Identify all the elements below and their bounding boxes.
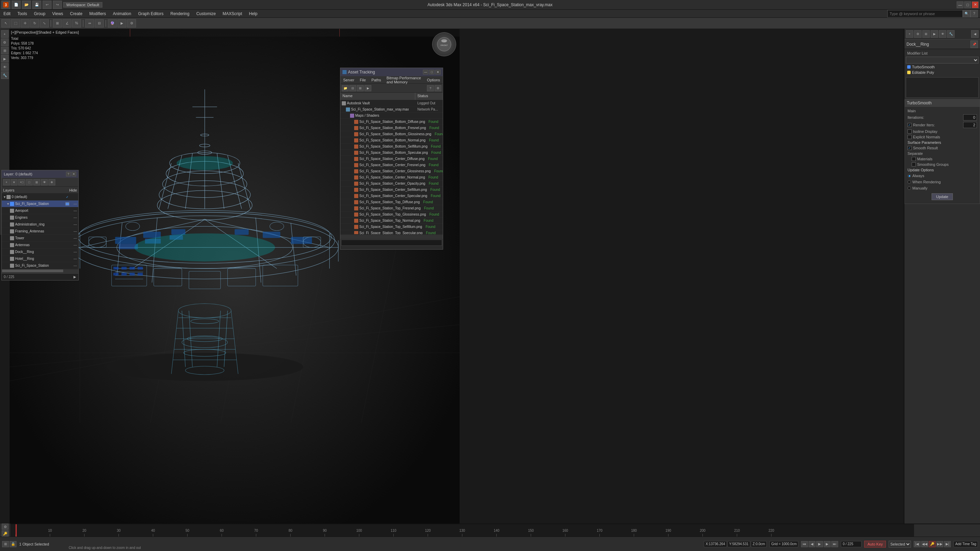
asset-menu-options[interactable]: Options bbox=[424, 76, 443, 83]
layer-item-engines[interactable]: Engines — bbox=[2, 214, 78, 221]
menu-rendering[interactable]: Rendering bbox=[167, 10, 193, 17]
timeline-side-btn-2[interactable]: 🔑 bbox=[2, 530, 9, 537]
asset-tb-btn-1[interactable]: 📁 bbox=[342, 85, 348, 91]
layer-panel-close-btn[interactable]: ✕ bbox=[72, 171, 76, 176]
layer-hide-admin[interactable]: — bbox=[70, 222, 77, 226]
percent-snap-btn[interactable]: % bbox=[72, 19, 81, 27]
add-time-tag-field[interactable]: Add Time Tag bbox=[953, 541, 978, 547]
asset-close-btn[interactable]: ✕ bbox=[435, 70, 441, 75]
asset-row-13[interactable]: Sci_Fi_Space_Station_Center_Opacity.png … bbox=[340, 181, 443, 187]
layer-tb-delete[interactable]: ✕ bbox=[11, 179, 18, 186]
asset-row-20[interactable]: Sci_Fi_Space_Station_Top_Selfillum.png F… bbox=[340, 224, 443, 230]
material-editor-btn[interactable]: 🔮 bbox=[108, 19, 117, 27]
select-btn[interactable]: ↖ bbox=[2, 19, 10, 27]
set-key-start-btn[interactable]: |◀ bbox=[914, 541, 921, 547]
asset-row-0[interactable]: Autodesk Vault Logged Out bbox=[340, 100, 443, 106]
save-btn[interactable]: 💾 bbox=[32, 1, 41, 9]
workspace-dropdown[interactable]: Workspace: Default bbox=[63, 2, 102, 8]
asset-row-10[interactable]: Sci_Fi_Space_Station_Center_Fresnel.png … bbox=[340, 162, 443, 168]
asset-tb-btn-4[interactable]: ▶ bbox=[364, 85, 371, 91]
search-btn[interactable]: 🔍 bbox=[963, 10, 970, 17]
asset-menu-paths[interactable]: Paths bbox=[369, 76, 384, 83]
menu-group[interactable]: Group bbox=[30, 10, 49, 17]
layer-item-dock-ring[interactable]: Dock__Ring — bbox=[2, 249, 78, 256]
layer-tb-hide[interactable]: 👁 bbox=[41, 179, 48, 186]
new-btn[interactable]: 📄 bbox=[12, 1, 21, 9]
asset-row-11[interactable]: Sci_Fi_Space_Station_Center_Glossiness.p… bbox=[340, 168, 443, 175]
menu-maxscript[interactable]: MAXScript bbox=[219, 10, 246, 17]
layer-hide-engines[interactable]: — bbox=[70, 216, 77, 219]
utility-panel-btn[interactable]: 🔧 bbox=[947, 30, 955, 38]
menu-animation[interactable]: Animation bbox=[110, 10, 135, 17]
asset-list[interactable]: Autodesk Vault Logged Out Sci_Fi_Space_S… bbox=[340, 100, 443, 234]
layer-item-antennas[interactable]: Antennas — bbox=[2, 242, 78, 249]
layer-panel-help-btn[interactable]: ? bbox=[66, 171, 71, 176]
layer-tb-select-from-scene[interactable]: ⊞ bbox=[33, 179, 40, 186]
motion-tool[interactable]: ▶ bbox=[1, 55, 9, 62]
set-key-btn[interactable]: 🔑 bbox=[929, 541, 936, 547]
hierarchy-panel-btn[interactable]: ⊞ bbox=[922, 30, 930, 38]
help-btn[interactable]: ? bbox=[970, 10, 978, 17]
asset-tb-btn-3[interactable]: ⊞ bbox=[357, 85, 364, 91]
rotate-btn[interactable]: ↻ bbox=[30, 19, 39, 27]
asset-row-19[interactable]: Sci_Fi_Space_Station_Top_Normal.png Foun… bbox=[340, 218, 443, 224]
asset-maximize-btn[interactable]: □ bbox=[429, 70, 434, 75]
modify-tool[interactable]: ⚙ bbox=[1, 38, 9, 46]
update-button[interactable]: Update bbox=[932, 193, 953, 200]
create-panel-btn[interactable]: + bbox=[906, 30, 913, 38]
layer-hide-scifi-2[interactable]: — bbox=[70, 264, 77, 267]
menu-create[interactable]: Create bbox=[67, 10, 86, 17]
asset-row-17[interactable]: Sci_Fi_Space_Station_Top_Fresnel.png Fou… bbox=[340, 205, 443, 211]
asset-row-3[interactable]: Sci_Fi_Space_Station_Bottom_Diffuse.png … bbox=[340, 119, 443, 125]
modifier-entry-editablepoly[interactable]: Editable Poly bbox=[906, 70, 978, 75]
asset-scrollbar[interactable] bbox=[340, 235, 443, 239]
layer-item-default[interactable]: ▼ 0 (default) ✓ bbox=[2, 194, 78, 200]
asset-row-7[interactable]: Sci_Fi_Space_Station_Bottom_Selfillum.pn… bbox=[340, 143, 443, 150]
always-radio[interactable] bbox=[907, 174, 911, 178]
layer-item-framing[interactable]: Framing_Antennas — bbox=[2, 228, 78, 235]
layer-scrollbar-thumb[interactable] bbox=[2, 270, 63, 272]
search-input[interactable] bbox=[887, 10, 963, 17]
menu-help[interactable]: Help bbox=[246, 10, 261, 17]
status-x-field[interactable]: X:13736.264 bbox=[704, 541, 727, 547]
close-btn[interactable]: ✕ bbox=[972, 2, 978, 8]
modify-panel-btn[interactable]: ⚙ bbox=[914, 30, 922, 38]
play-back-btn[interactable]: ⏮ bbox=[801, 541, 808, 547]
asset-row-9[interactable]: Sci_Fi_Space_Station_Center_Diffuse.png … bbox=[340, 156, 443, 162]
layer-item-admin[interactable]: Administration_ring — bbox=[2, 221, 78, 228]
layer-expand-scifi[interactable]: ▼ bbox=[6, 202, 10, 206]
smooth-result-checkbox[interactable]: ✓ bbox=[907, 146, 912, 150]
display-tool[interactable]: 👁 bbox=[1, 63, 9, 71]
selected-mode-dropdown[interactable]: Selected bbox=[889, 541, 911, 548]
status-z-field[interactable]: Z:0.0cm bbox=[751, 541, 767, 547]
layer-tb-select[interactable]: □ bbox=[26, 179, 33, 186]
render-btn[interactable]: ▶ bbox=[118, 19, 126, 27]
set-key-next-btn[interactable]: ▶▶ bbox=[936, 541, 943, 547]
layer-hide-antennas[interactable]: — bbox=[70, 243, 77, 247]
move-btn[interactable]: ✛ bbox=[21, 19, 30, 27]
pin-btn[interactable]: 📌 bbox=[970, 41, 978, 48]
auto-key-btn[interactable]: Auto Key bbox=[864, 541, 886, 548]
asset-row-2[interactable]: Maps / Shaders bbox=[340, 113, 443, 119]
when-rendering-radio[interactable] bbox=[907, 180, 911, 184]
redo-btn[interactable]: ↪ bbox=[53, 1, 62, 9]
asset-row-12[interactable]: Sci_Fi_Space_Station_Center_Normal.png F… bbox=[340, 175, 443, 181]
timeline-side-btn-1[interactable]: ⚙ bbox=[2, 524, 9, 530]
hierarchy-tool[interactable]: ⊞ bbox=[1, 47, 9, 54]
asset-row-6[interactable]: Sci_Fi_Space_Station_Bottom_Normal.png F… bbox=[340, 137, 443, 143]
undo-btn[interactable]: ↩ bbox=[43, 1, 51, 9]
asset-row-4[interactable]: Sci_Fi_Space_Station_Bottom_Fresnel.png … bbox=[340, 125, 443, 131]
app-icon[interactable]: 3 bbox=[2, 1, 10, 9]
status-snap-btn[interactable]: ⊞ bbox=[2, 541, 9, 547]
select-region-btn[interactable]: ⬚ bbox=[11, 19, 20, 27]
turbosmooth-header[interactable]: TurboSmooth bbox=[905, 100, 980, 107]
layer-hide-aeroport[interactable]: — bbox=[70, 209, 77, 213]
render-setup-btn[interactable]: ⚙ bbox=[127, 19, 136, 27]
layer-hide-dock-ring[interactable]: — bbox=[70, 250, 77, 254]
panel-collapse-btn[interactable]: ◀ bbox=[971, 30, 978, 38]
asset-row-5[interactable]: Sci_Fi_Space_Station_Bottom_Glossiness.p… bbox=[340, 131, 443, 137]
menu-views[interactable]: Views bbox=[49, 10, 67, 17]
layer-item-hotel-ring[interactable]: Hotel__Ring — bbox=[2, 256, 78, 262]
set-key-prev-btn[interactable]: ◀◀ bbox=[921, 541, 928, 547]
play-forward-btn[interactable]: ⏭ bbox=[831, 541, 838, 547]
